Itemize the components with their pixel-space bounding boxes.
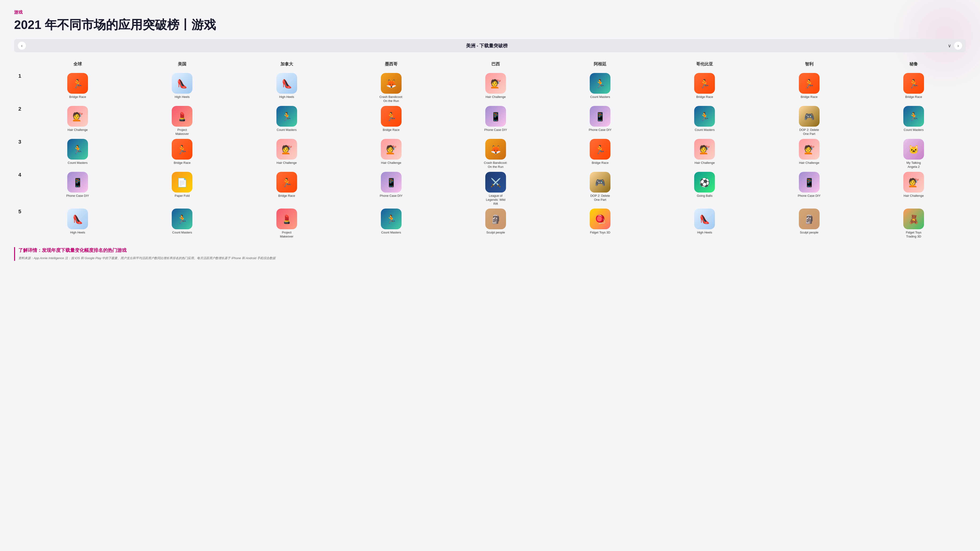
app-cell-r2-c4[interactable]: 🏃Bridge Race [339, 105, 444, 137]
app-cell-r5-c7[interactable]: 👠High Heels [652, 207, 757, 240]
app-name: Hair Challenge [485, 95, 506, 99]
app-cell-r3-c1[interactable]: 🏃Count Masters [25, 137, 130, 170]
app-name: Bridge Race [383, 128, 400, 132]
app-cell-r4-c6[interactable]: 🎮DOP 2: Delete One Part [548, 170, 652, 207]
svg-text:🏃: 🏃 [908, 79, 919, 89]
app-cell-r4-c8[interactable]: 📱Phone Case DIY [757, 170, 861, 207]
prev-button[interactable]: ‹ [18, 41, 26, 50]
next-button[interactable]: › [954, 41, 962, 50]
app-cell-r5-c6[interactable]: 🪀Fidget Toys 3D [548, 207, 652, 240]
col-header-7: 智利 [757, 59, 861, 72]
app-name: Bridge Race [801, 95, 818, 99]
svg-text:⚽: ⚽ [699, 177, 710, 188]
app-name: Bridge Race [69, 95, 86, 99]
ranking-table-wrapper: 全球美国加拿大墨西哥巴西阿根廷哥伦比亚智利秘鲁 1🏃Bridge Race👠Hi… [14, 59, 966, 240]
app-cell-r4-c5[interactable]: ⚔️League of Legends: Wild Rift [444, 170, 548, 207]
category-label: 游戏 [14, 10, 966, 15]
app-cell-r2-c3[interactable]: 🏃Count Masters [234, 105, 339, 137]
table-row: 3🏃Count Masters🏃Bridge Race💇Hair Challen… [14, 137, 966, 170]
app-cell-r5-c4[interactable]: 🏃Count Masters [339, 207, 444, 240]
app-cell-r5-c9[interactable]: 🧸Fidget Toys Trading 3D [861, 207, 966, 240]
svg-text:👠: 👠 [699, 214, 710, 224]
svg-text:🏃: 🏃 [177, 145, 188, 154]
app-name: Paper Fold [175, 194, 190, 198]
app-name: Count Masters [590, 95, 610, 99]
app-cell-r4-c9[interactable]: 💇Hair Challenge [861, 170, 966, 207]
app-cell-r3-c3[interactable]: 💇Hair Challenge [234, 137, 339, 170]
nav-bar: ‹ 美洲 - 下载量突破榜 ∨ › [14, 39, 966, 52]
svg-text:💇: 💇 [386, 145, 396, 154]
table-row: 4📱Phone Case DIY📄Paper Fold🏃Bridge Race📱… [14, 170, 966, 207]
app-cell-r1-c3[interactable]: 👠High Heels [234, 72, 339, 105]
app-cell-r5-c3[interactable]: 💄Project Makeover [234, 207, 339, 240]
svg-text:🐱: 🐱 [908, 145, 919, 154]
app-cell-r2-c9[interactable]: 🏃Count Masters [861, 105, 966, 137]
app-name: Phone Case DIY [484, 128, 507, 132]
col-header-1: 美国 [130, 59, 234, 72]
svg-text:🧸: 🧸 [908, 214, 919, 224]
app-cell-r2-c1[interactable]: 💇Hair Challenge [25, 105, 130, 137]
app-cell-r2-c5[interactable]: 📱Phone Case DIY [444, 105, 548, 137]
dropdown-button[interactable]: ∨ [948, 43, 951, 48]
svg-text:🏃: 🏃 [699, 79, 710, 89]
app-name: Hair Challenge [904, 194, 924, 198]
app-cell-r1-c6[interactable]: 🏃Count Masters [548, 72, 652, 105]
app-cell-r3-c8[interactable]: 💇Hair Challenge [757, 137, 861, 170]
app-name: Count Masters [68, 161, 88, 165]
app-cell-r2-c7[interactable]: 🏃Count Masters [652, 105, 757, 137]
app-cell-r3-c2[interactable]: 🏃Bridge Race [130, 137, 234, 170]
app-cell-r2-c6[interactable]: 📱Phone Case DIY [548, 105, 652, 137]
app-name: High Heels [175, 95, 190, 99]
app-cell-r1-c2[interactable]: 👠High Heels [130, 72, 234, 105]
app-cell-r5-c8[interactable]: 🗿Sculpt people [757, 207, 861, 240]
table-row: 2💇Hair Challenge💄Project Makeover🏃Count … [14, 105, 966, 137]
app-cell-r3-c6[interactable]: 🏃Bridge Race [548, 137, 652, 170]
app-name: Project Makeover [170, 128, 194, 136]
svg-text:💇: 💇 [804, 145, 815, 154]
app-cell-r1-c5[interactable]: 💇Hair Challenge [444, 72, 548, 105]
app-cell-r4-c4[interactable]: 📱Phone Case DIY [339, 170, 444, 207]
app-cell-r2-c8[interactable]: 🎮DOP 2: Delete One Part [757, 105, 861, 137]
svg-text:🦊: 🦊 [490, 145, 501, 154]
app-cell-r3-c7[interactable]: 💇Hair Challenge [652, 137, 757, 170]
app-cell-r4-c2[interactable]: 📄Paper Fold [130, 170, 234, 207]
app-cell-r1-c7[interactable]: 🏃Bridge Race [652, 72, 757, 105]
app-name: Hair Challenge [799, 161, 819, 165]
app-cell-r1-c8[interactable]: 🏃Bridge Race [757, 72, 861, 105]
svg-text:🏃: 🏃 [282, 111, 292, 122]
app-name: Bridge Race [278, 194, 295, 198]
svg-text:📱: 📱 [804, 177, 815, 188]
app-cell-r2-c2[interactable]: 💄Project Makeover [130, 105, 234, 137]
app-name: Fidget Toys Trading 3D [902, 231, 926, 239]
app-name: Hair Challenge [277, 161, 297, 165]
col-header-6: 哥伦比亚 [652, 59, 757, 72]
svg-text:📄: 📄 [177, 177, 188, 188]
svg-text:💇: 💇 [908, 177, 919, 188]
rank-header [14, 59, 25, 72]
svg-text:🏃: 🏃 [595, 79, 606, 89]
app-cell-r1-c4[interactable]: 🦊Crash Bandicoot: On the Run [339, 72, 444, 105]
app-name: Crash Bandicoot: On the Run [379, 95, 403, 103]
svg-text:🏃: 🏃 [72, 79, 83, 89]
svg-text:🏃: 🏃 [72, 145, 83, 154]
app-cell-r3-c4[interactable]: 💇Hair Challenge [339, 137, 444, 170]
app-cell-r5-c5[interactable]: 🗿Sculpt people [444, 207, 548, 240]
app-cell-r3-c5[interactable]: 🦊Crash Bandicoot: On the Run [444, 137, 548, 170]
app-cell-r1-c1[interactable]: 🏃Bridge Race [25, 72, 130, 105]
app-cell-r4-c7[interactable]: ⚽Going Balls [652, 170, 757, 207]
app-cell-r3-c9[interactable]: 🐱My Talking Angela 2 [861, 137, 966, 170]
svg-text:⚔️: ⚔️ [490, 177, 501, 188]
footer-link[interactable]: 了解详情：发现年度下载量变化幅度排名的热门游戏 [18, 247, 966, 253]
app-name: League of Legends: Wild Rift [484, 194, 508, 206]
app-cell-r4-c1[interactable]: 📱Phone Case DIY [25, 170, 130, 207]
footer-note: 资料来源：App Annie Intelligence 注：按 iOS 和 Go… [18, 256, 966, 261]
app-cell-r5-c1[interactable]: 👠High Heels [25, 207, 130, 240]
app-cell-r1-c9[interactable]: 🏃Bridge Race [861, 72, 966, 105]
svg-text:💇: 💇 [699, 145, 710, 154]
svg-text:🪀: 🪀 [595, 214, 606, 224]
svg-text:💇: 💇 [282, 145, 292, 154]
app-cell-r4-c3[interactable]: 🏃Bridge Race [234, 170, 339, 207]
svg-text:📱: 📱 [595, 111, 606, 122]
app-cell-r5-c2[interactable]: 🏃Count Masters [130, 207, 234, 240]
ranking-table: 全球美国加拿大墨西哥巴西阿根廷哥伦比亚智利秘鲁 1🏃Bridge Race👠Hi… [14, 59, 966, 240]
